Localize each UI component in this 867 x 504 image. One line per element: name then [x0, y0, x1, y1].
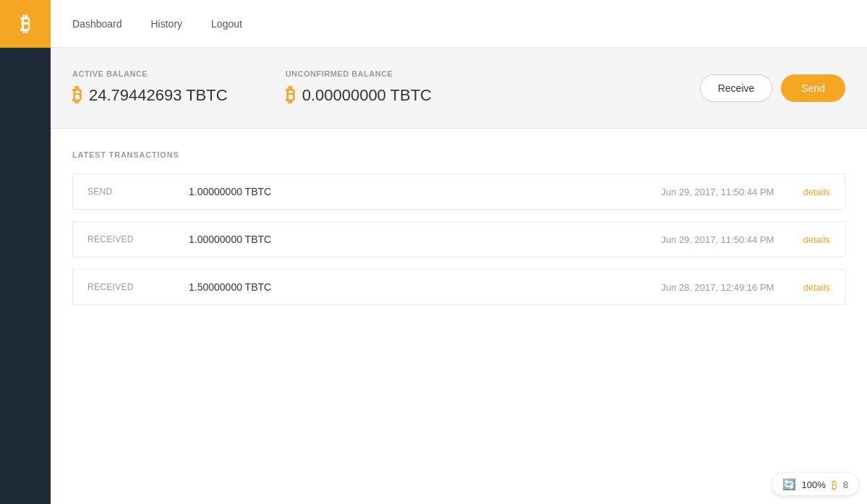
tx-date: Jun 28, 2017, 12:49:16 PM [482, 282, 774, 293]
sidebar: ₿ [0, 0, 51, 504]
sync-icon: 🔄 [782, 478, 796, 491]
logo-button[interactable]: ₿ [0, 0, 51, 48]
transaction-row: RECEIVED 1.00000000 TBTC Jun 29, 2017, 1… [72, 221, 845, 257]
transactions-list: SEND 1.00000000 TBTC Jun 29, 2017, 11:50… [72, 174, 845, 305]
main-content: Dashboard History Logout ACTIVE BALANCE … [51, 0, 867, 504]
unconfirmed-balance-label: UNCONFIRMED BALANCE [286, 69, 432, 78]
tx-type: RECEIVED [87, 234, 189, 244]
tx-date: Jun 29, 2017, 11:50:44 PM [482, 234, 774, 245]
transactions-title: LATEST TRANSACTIONS [72, 150, 845, 159]
tx-amount: 1.50000000 TBTC [189, 281, 482, 293]
transaction-row: RECEIVED 1.50000000 TBTC Jun 28, 2017, 1… [72, 269, 845, 305]
active-balance-amount-row: ₿ 24.79442693 TBTC [72, 84, 228, 106]
tx-amount: 1.00000000 TBTC [189, 234, 482, 245]
bitcoin-logo-icon: ₿ [20, 12, 30, 36]
unconfirmed-btc-icon: ₿ [286, 84, 295, 106]
tx-details-link[interactable]: details [803, 187, 830, 197]
active-balance-value: 24.79442693 TBTC [89, 86, 228, 105]
tx-amount: 1.00000000 TBTC [189, 186, 482, 197]
active-btc-icon: ₿ [72, 84, 82, 106]
status-bar: 🔄 100% ₿ 8 [772, 474, 858, 495]
navbar: Dashboard History Logout [51, 0, 867, 48]
transaction-row: SEND 1.00000000 TBTC Jun 29, 2017, 11:50… [72, 174, 845, 210]
nav-logout[interactable]: Logout [211, 18, 242, 30]
active-balance-block: ACTIVE BALANCE ₿ 24.79442693 TBTC [72, 69, 228, 106]
tx-details-link[interactable]: details [803, 234, 830, 245]
receive-button[interactable]: Receive [700, 74, 773, 102]
tx-date: Jun 29, 2017, 11:50:44 PM [482, 187, 774, 197]
send-button[interactable]: Send [781, 74, 845, 102]
unconfirmed-balance-block: UNCONFIRMED BALANCE ₿ 0.00000000 TBTC [286, 69, 432, 106]
status-count: 8 [843, 479, 848, 490]
sync-percent: 100% [802, 479, 826, 490]
balance-actions: Receive Send [700, 74, 845, 102]
transactions-section: LATEST TRANSACTIONS SEND 1.00000000 TBTC… [51, 129, 867, 504]
unconfirmed-balance-value: 0.00000000 TBTC [302, 86, 432, 105]
balance-section: ACTIVE BALANCE ₿ 24.79442693 TBTC UNCONF… [51, 48, 867, 129]
nav-dashboard[interactable]: Dashboard [72, 18, 122, 30]
active-balance-label: ACTIVE BALANCE [72, 69, 228, 78]
tx-type: RECEIVED [87, 282, 189, 292]
unconfirmed-balance-amount-row: ₿ 0.00000000 TBTC [286, 84, 432, 106]
tx-details-link[interactable]: details [803, 282, 830, 293]
status-btc-icon: ₿ [832, 479, 837, 491]
tx-type: SEND [87, 187, 189, 197]
nav-history[interactable]: History [151, 18, 183, 30]
